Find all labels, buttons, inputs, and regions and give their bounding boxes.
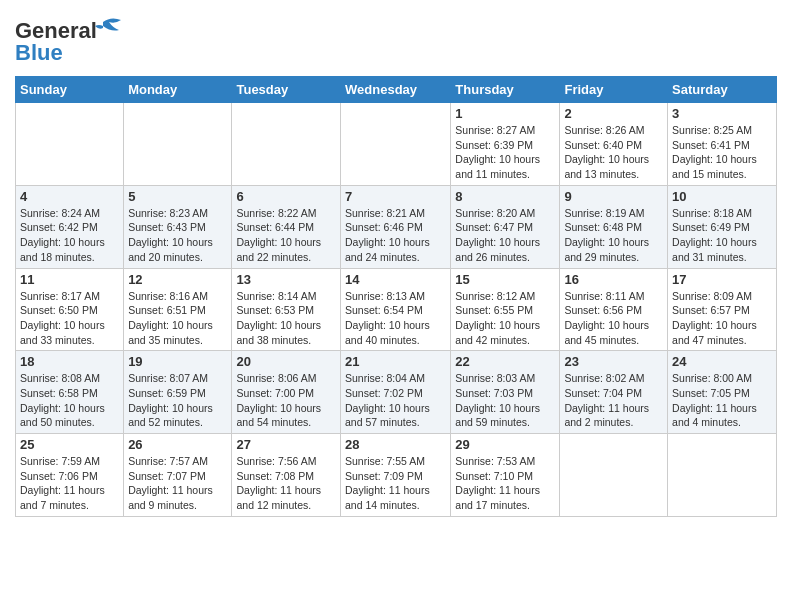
cell-daylight-info: Sunrise: 8:09 AM Sunset: 6:57 PM Dayligh… (672, 289, 772, 348)
calendar-cell: 14Sunrise: 8:13 AM Sunset: 6:54 PM Dayli… (341, 268, 451, 351)
calendar-cell: 7Sunrise: 8:21 AM Sunset: 6:46 PM Daylig… (341, 185, 451, 268)
calendar-cell (232, 103, 341, 186)
cell-day-number: 15 (455, 272, 555, 287)
cell-day-number: 24 (672, 354, 772, 369)
header-row: General Blue (15, 10, 777, 70)
cell-day-number: 22 (455, 354, 555, 369)
cell-daylight-info: Sunrise: 7:53 AM Sunset: 7:10 PM Dayligh… (455, 454, 555, 513)
cell-daylight-info: Sunrise: 8:17 AM Sunset: 6:50 PM Dayligh… (20, 289, 119, 348)
calendar-cell: 3Sunrise: 8:25 AM Sunset: 6:41 PM Daylig… (668, 103, 777, 186)
col-header-friday: Friday (560, 77, 668, 103)
calendar-cell: 8Sunrise: 8:20 AM Sunset: 6:47 PM Daylig… (451, 185, 560, 268)
calendar-cell: 9Sunrise: 8:19 AM Sunset: 6:48 PM Daylig… (560, 185, 668, 268)
calendar-week-row: 1Sunrise: 8:27 AM Sunset: 6:39 PM Daylig… (16, 103, 777, 186)
cell-day-number: 3 (672, 106, 772, 121)
cell-daylight-info: Sunrise: 8:22 AM Sunset: 6:44 PM Dayligh… (236, 206, 336, 265)
cell-day-number: 6 (236, 189, 336, 204)
calendar-page: General Blue Sunday Monday Tuesday Wedne… (0, 0, 792, 527)
cell-day-number: 21 (345, 354, 446, 369)
calendar-cell: 15Sunrise: 8:12 AM Sunset: 6:55 PM Dayli… (451, 268, 560, 351)
calendar-cell: 25Sunrise: 7:59 AM Sunset: 7:06 PM Dayli… (16, 434, 124, 517)
col-header-wednesday: Wednesday (341, 77, 451, 103)
cell-daylight-info: Sunrise: 7:57 AM Sunset: 7:07 PM Dayligh… (128, 454, 227, 513)
calendar-week-row: 25Sunrise: 7:59 AM Sunset: 7:06 PM Dayli… (16, 434, 777, 517)
calendar-cell (124, 103, 232, 186)
cell-daylight-info: Sunrise: 8:26 AM Sunset: 6:40 PM Dayligh… (564, 123, 663, 182)
logo: General Blue (15, 14, 125, 70)
cell-daylight-info: Sunrise: 8:13 AM Sunset: 6:54 PM Dayligh… (345, 289, 446, 348)
calendar-cell: 6Sunrise: 8:22 AM Sunset: 6:44 PM Daylig… (232, 185, 341, 268)
calendar-cell: 12Sunrise: 8:16 AM Sunset: 6:51 PM Dayli… (124, 268, 232, 351)
calendar-cell: 28Sunrise: 7:55 AM Sunset: 7:09 PM Dayli… (341, 434, 451, 517)
calendar-cell: 11Sunrise: 8:17 AM Sunset: 6:50 PM Dayli… (16, 268, 124, 351)
calendar-cell: 16Sunrise: 8:11 AM Sunset: 6:56 PM Dayli… (560, 268, 668, 351)
cell-daylight-info: Sunrise: 8:03 AM Sunset: 7:03 PM Dayligh… (455, 371, 555, 430)
cell-day-number: 19 (128, 354, 227, 369)
cell-daylight-info: Sunrise: 8:23 AM Sunset: 6:43 PM Dayligh… (128, 206, 227, 265)
cell-day-number: 10 (672, 189, 772, 204)
calendar-cell: 2Sunrise: 8:26 AM Sunset: 6:40 PM Daylig… (560, 103, 668, 186)
calendar-cell: 4Sunrise: 8:24 AM Sunset: 6:42 PM Daylig… (16, 185, 124, 268)
cell-daylight-info: Sunrise: 8:27 AM Sunset: 6:39 PM Dayligh… (455, 123, 555, 182)
cell-daylight-info: Sunrise: 8:12 AM Sunset: 6:55 PM Dayligh… (455, 289, 555, 348)
cell-daylight-info: Sunrise: 8:08 AM Sunset: 6:58 PM Dayligh… (20, 371, 119, 430)
calendar-cell: 23Sunrise: 8:02 AM Sunset: 7:04 PM Dayli… (560, 351, 668, 434)
cell-day-number: 26 (128, 437, 227, 452)
cell-day-number: 18 (20, 354, 119, 369)
logo-text: General Blue (15, 14, 125, 70)
calendar-cell: 13Sunrise: 8:14 AM Sunset: 6:53 PM Dayli… (232, 268, 341, 351)
calendar-cell: 26Sunrise: 7:57 AM Sunset: 7:07 PM Dayli… (124, 434, 232, 517)
cell-day-number: 14 (345, 272, 446, 287)
calendar-cell: 24Sunrise: 8:00 AM Sunset: 7:05 PM Dayli… (668, 351, 777, 434)
cell-daylight-info: Sunrise: 8:19 AM Sunset: 6:48 PM Dayligh… (564, 206, 663, 265)
calendar-cell: 19Sunrise: 8:07 AM Sunset: 6:59 PM Dayli… (124, 351, 232, 434)
calendar-cell: 5Sunrise: 8:23 AM Sunset: 6:43 PM Daylig… (124, 185, 232, 268)
col-header-monday: Monday (124, 77, 232, 103)
calendar-cell: 1Sunrise: 8:27 AM Sunset: 6:39 PM Daylig… (451, 103, 560, 186)
col-header-saturday: Saturday (668, 77, 777, 103)
cell-daylight-info: Sunrise: 8:18 AM Sunset: 6:49 PM Dayligh… (672, 206, 772, 265)
cell-day-number: 1 (455, 106, 555, 121)
calendar-table: Sunday Monday Tuesday Wednesday Thursday… (15, 76, 777, 517)
cell-daylight-info: Sunrise: 8:06 AM Sunset: 7:00 PM Dayligh… (236, 371, 336, 430)
calendar-cell: 18Sunrise: 8:08 AM Sunset: 6:58 PM Dayli… (16, 351, 124, 434)
cell-daylight-info: Sunrise: 8:14 AM Sunset: 6:53 PM Dayligh… (236, 289, 336, 348)
calendar-cell (341, 103, 451, 186)
col-header-tuesday: Tuesday (232, 77, 341, 103)
calendar-week-row: 18Sunrise: 8:08 AM Sunset: 6:58 PM Dayli… (16, 351, 777, 434)
cell-day-number: 5 (128, 189, 227, 204)
cell-day-number: 8 (455, 189, 555, 204)
calendar-cell: 22Sunrise: 8:03 AM Sunset: 7:03 PM Dayli… (451, 351, 560, 434)
cell-daylight-info: Sunrise: 8:00 AM Sunset: 7:05 PM Dayligh… (672, 371, 772, 430)
calendar-week-row: 11Sunrise: 8:17 AM Sunset: 6:50 PM Dayli… (16, 268, 777, 351)
cell-day-number: 4 (20, 189, 119, 204)
calendar-cell (560, 434, 668, 517)
calendar-cell: 27Sunrise: 7:56 AM Sunset: 7:08 PM Dayli… (232, 434, 341, 517)
cell-daylight-info: Sunrise: 8:07 AM Sunset: 6:59 PM Dayligh… (128, 371, 227, 430)
cell-daylight-info: Sunrise: 8:25 AM Sunset: 6:41 PM Dayligh… (672, 123, 772, 182)
calendar-header-row: Sunday Monday Tuesday Wednesday Thursday… (16, 77, 777, 103)
svg-text:Blue: Blue (15, 40, 63, 65)
calendar-cell: 29Sunrise: 7:53 AM Sunset: 7:10 PM Dayli… (451, 434, 560, 517)
cell-day-number: 29 (455, 437, 555, 452)
cell-day-number: 7 (345, 189, 446, 204)
cell-day-number: 28 (345, 437, 446, 452)
cell-daylight-info: Sunrise: 8:04 AM Sunset: 7:02 PM Dayligh… (345, 371, 446, 430)
cell-day-number: 12 (128, 272, 227, 287)
cell-day-number: 11 (20, 272, 119, 287)
cell-daylight-info: Sunrise: 7:55 AM Sunset: 7:09 PM Dayligh… (345, 454, 446, 513)
cell-day-number: 13 (236, 272, 336, 287)
cell-day-number: 16 (564, 272, 663, 287)
cell-day-number: 23 (564, 354, 663, 369)
cell-day-number: 25 (20, 437, 119, 452)
calendar-cell: 10Sunrise: 8:18 AM Sunset: 6:49 PM Dayli… (668, 185, 777, 268)
cell-daylight-info: Sunrise: 7:59 AM Sunset: 7:06 PM Dayligh… (20, 454, 119, 513)
cell-daylight-info: Sunrise: 8:16 AM Sunset: 6:51 PM Dayligh… (128, 289, 227, 348)
cell-daylight-info: Sunrise: 7:56 AM Sunset: 7:08 PM Dayligh… (236, 454, 336, 513)
cell-day-number: 2 (564, 106, 663, 121)
calendar-week-row: 4Sunrise: 8:24 AM Sunset: 6:42 PM Daylig… (16, 185, 777, 268)
cell-day-number: 20 (236, 354, 336, 369)
calendar-cell (668, 434, 777, 517)
col-header-sunday: Sunday (16, 77, 124, 103)
calendar-cell: 20Sunrise: 8:06 AM Sunset: 7:00 PM Dayli… (232, 351, 341, 434)
